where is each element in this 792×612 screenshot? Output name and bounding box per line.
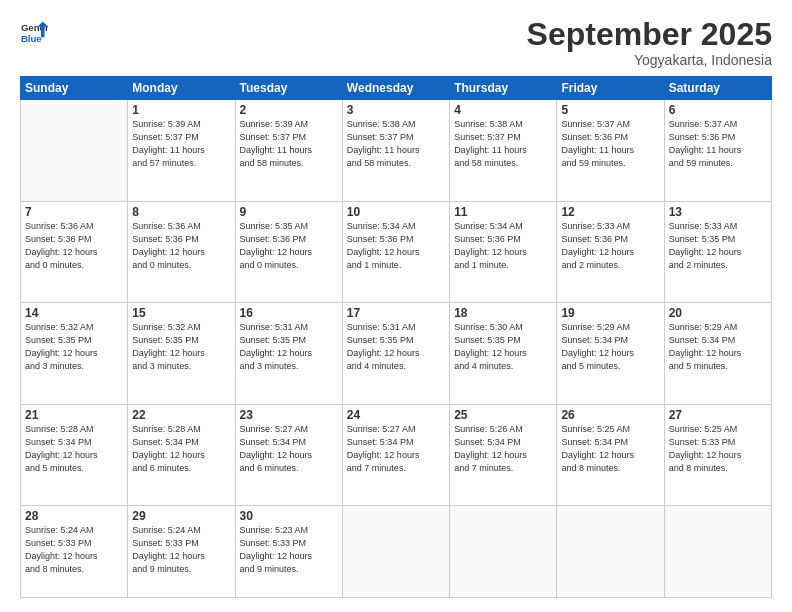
day-info: Sunrise: 5:25 AM Sunset: 5:34 PM Dayligh… [561, 423, 659, 475]
day-number: 19 [561, 306, 659, 320]
calendar-header-row: Sunday Monday Tuesday Wednesday Thursday… [21, 77, 772, 100]
day-number: 22 [132, 408, 230, 422]
table-cell: 16Sunrise: 5:31 AM Sunset: 5:35 PM Dayli… [235, 303, 342, 405]
day-info: Sunrise: 5:31 AM Sunset: 5:35 PM Dayligh… [240, 321, 338, 373]
day-number: 9 [240, 205, 338, 219]
day-info: Sunrise: 5:28 AM Sunset: 5:34 PM Dayligh… [25, 423, 123, 475]
day-info: Sunrise: 5:24 AM Sunset: 5:33 PM Dayligh… [132, 524, 230, 576]
day-number: 11 [454, 205, 552, 219]
day-number: 23 [240, 408, 338, 422]
subtitle: Yogyakarta, Indonesia [527, 52, 772, 68]
day-number: 1 [132, 103, 230, 117]
logo-icon: General Blue [20, 18, 48, 46]
table-cell: 11Sunrise: 5:34 AM Sunset: 5:36 PM Dayli… [450, 201, 557, 303]
day-info: Sunrise: 5:38 AM Sunset: 5:37 PM Dayligh… [454, 118, 552, 170]
day-number: 5 [561, 103, 659, 117]
table-cell: 12Sunrise: 5:33 AM Sunset: 5:36 PM Dayli… [557, 201, 664, 303]
day-info: Sunrise: 5:36 AM Sunset: 5:36 PM Dayligh… [132, 220, 230, 272]
day-number: 14 [25, 306, 123, 320]
day-info: Sunrise: 5:27 AM Sunset: 5:34 PM Dayligh… [240, 423, 338, 475]
month-title: September 2025 [527, 18, 772, 50]
day-number: 28 [25, 509, 123, 523]
day-number: 30 [240, 509, 338, 523]
day-info: Sunrise: 5:34 AM Sunset: 5:36 PM Dayligh… [347, 220, 445, 272]
table-cell: 22Sunrise: 5:28 AM Sunset: 5:34 PM Dayli… [128, 404, 235, 506]
day-info: Sunrise: 5:30 AM Sunset: 5:35 PM Dayligh… [454, 321, 552, 373]
day-number: 21 [25, 408, 123, 422]
day-info: Sunrise: 5:32 AM Sunset: 5:35 PM Dayligh… [132, 321, 230, 373]
table-cell: 15Sunrise: 5:32 AM Sunset: 5:35 PM Dayli… [128, 303, 235, 405]
day-number: 7 [25, 205, 123, 219]
day-number: 27 [669, 408, 767, 422]
day-number: 10 [347, 205, 445, 219]
day-number: 3 [347, 103, 445, 117]
day-info: Sunrise: 5:26 AM Sunset: 5:34 PM Dayligh… [454, 423, 552, 475]
page: General Blue September 2025 Yogyakarta, … [0, 0, 792, 612]
day-info: Sunrise: 5:38 AM Sunset: 5:37 PM Dayligh… [347, 118, 445, 170]
day-number: 20 [669, 306, 767, 320]
table-cell: 9Sunrise: 5:35 AM Sunset: 5:36 PM Daylig… [235, 201, 342, 303]
table-cell: 3Sunrise: 5:38 AM Sunset: 5:37 PM Daylig… [342, 100, 449, 202]
table-cell [450, 506, 557, 598]
table-cell: 17Sunrise: 5:31 AM Sunset: 5:35 PM Dayli… [342, 303, 449, 405]
day-info: Sunrise: 5:35 AM Sunset: 5:36 PM Dayligh… [240, 220, 338, 272]
table-cell: 23Sunrise: 5:27 AM Sunset: 5:34 PM Dayli… [235, 404, 342, 506]
day-info: Sunrise: 5:24 AM Sunset: 5:33 PM Dayligh… [25, 524, 123, 576]
day-info: Sunrise: 5:37 AM Sunset: 5:36 PM Dayligh… [561, 118, 659, 170]
day-info: Sunrise: 5:39 AM Sunset: 5:37 PM Dayligh… [132, 118, 230, 170]
day-number: 18 [454, 306, 552, 320]
table-cell: 14Sunrise: 5:32 AM Sunset: 5:35 PM Dayli… [21, 303, 128, 405]
day-number: 13 [669, 205, 767, 219]
day-number: 17 [347, 306, 445, 320]
table-cell: 25Sunrise: 5:26 AM Sunset: 5:34 PM Dayli… [450, 404, 557, 506]
day-number: 24 [347, 408, 445, 422]
table-cell: 20Sunrise: 5:29 AM Sunset: 5:34 PM Dayli… [664, 303, 771, 405]
day-info: Sunrise: 5:27 AM Sunset: 5:34 PM Dayligh… [347, 423, 445, 475]
day-info: Sunrise: 5:39 AM Sunset: 5:37 PM Dayligh… [240, 118, 338, 170]
table-cell [342, 506, 449, 598]
table-cell [21, 100, 128, 202]
col-tuesday: Tuesday [235, 77, 342, 100]
day-number: 6 [669, 103, 767, 117]
col-friday: Friday [557, 77, 664, 100]
col-sunday: Sunday [21, 77, 128, 100]
day-number: 25 [454, 408, 552, 422]
day-info: Sunrise: 5:32 AM Sunset: 5:35 PM Dayligh… [25, 321, 123, 373]
table-cell: 5Sunrise: 5:37 AM Sunset: 5:36 PM Daylig… [557, 100, 664, 202]
table-cell: 13Sunrise: 5:33 AM Sunset: 5:35 PM Dayli… [664, 201, 771, 303]
table-cell: 1Sunrise: 5:39 AM Sunset: 5:37 PM Daylig… [128, 100, 235, 202]
table-cell: 4Sunrise: 5:38 AM Sunset: 5:37 PM Daylig… [450, 100, 557, 202]
table-cell: 29Sunrise: 5:24 AM Sunset: 5:33 PM Dayli… [128, 506, 235, 598]
col-saturday: Saturday [664, 77, 771, 100]
day-info: Sunrise: 5:33 AM Sunset: 5:35 PM Dayligh… [669, 220, 767, 272]
day-number: 8 [132, 205, 230, 219]
table-cell: 18Sunrise: 5:30 AM Sunset: 5:35 PM Dayli… [450, 303, 557, 405]
header: General Blue September 2025 Yogyakarta, … [20, 18, 772, 68]
table-cell: 21Sunrise: 5:28 AM Sunset: 5:34 PM Dayli… [21, 404, 128, 506]
table-cell: 28Sunrise: 5:24 AM Sunset: 5:33 PM Dayli… [21, 506, 128, 598]
day-info: Sunrise: 5:28 AM Sunset: 5:34 PM Dayligh… [132, 423, 230, 475]
day-info: Sunrise: 5:25 AM Sunset: 5:33 PM Dayligh… [669, 423, 767, 475]
day-number: 26 [561, 408, 659, 422]
table-cell: 7Sunrise: 5:36 AM Sunset: 5:36 PM Daylig… [21, 201, 128, 303]
col-thursday: Thursday [450, 77, 557, 100]
day-info: Sunrise: 5:36 AM Sunset: 5:36 PM Dayligh… [25, 220, 123, 272]
day-number: 12 [561, 205, 659, 219]
logo: General Blue [20, 18, 48, 46]
table-cell: 10Sunrise: 5:34 AM Sunset: 5:36 PM Dayli… [342, 201, 449, 303]
table-cell [557, 506, 664, 598]
day-info: Sunrise: 5:29 AM Sunset: 5:34 PM Dayligh… [561, 321, 659, 373]
table-cell: 19Sunrise: 5:29 AM Sunset: 5:34 PM Dayli… [557, 303, 664, 405]
day-info: Sunrise: 5:37 AM Sunset: 5:36 PM Dayligh… [669, 118, 767, 170]
table-cell: 30Sunrise: 5:23 AM Sunset: 5:33 PM Dayli… [235, 506, 342, 598]
day-info: Sunrise: 5:29 AM Sunset: 5:34 PM Dayligh… [669, 321, 767, 373]
col-monday: Monday [128, 77, 235, 100]
day-number: 15 [132, 306, 230, 320]
table-cell [664, 506, 771, 598]
svg-text:Blue: Blue [21, 33, 42, 44]
table-cell: 6Sunrise: 5:37 AM Sunset: 5:36 PM Daylig… [664, 100, 771, 202]
table-cell: 8Sunrise: 5:36 AM Sunset: 5:36 PM Daylig… [128, 201, 235, 303]
day-number: 4 [454, 103, 552, 117]
table-cell: 24Sunrise: 5:27 AM Sunset: 5:34 PM Dayli… [342, 404, 449, 506]
day-info: Sunrise: 5:31 AM Sunset: 5:35 PM Dayligh… [347, 321, 445, 373]
